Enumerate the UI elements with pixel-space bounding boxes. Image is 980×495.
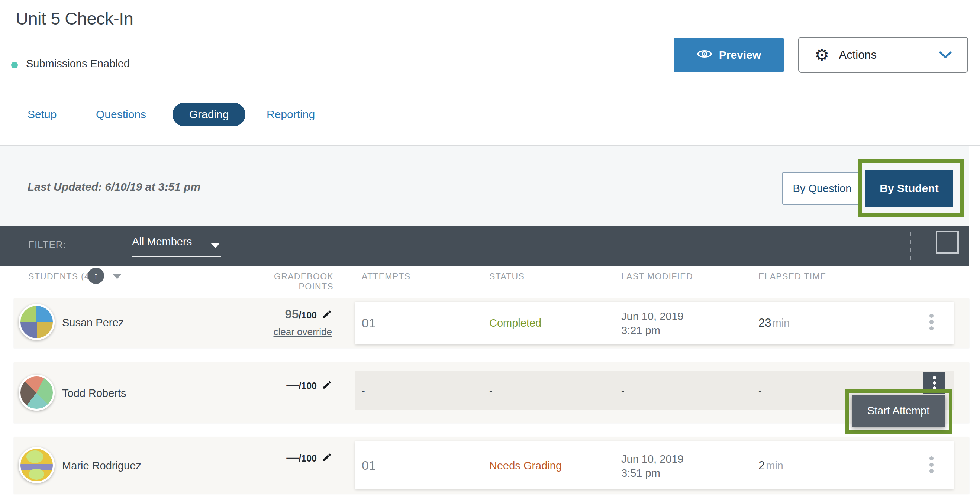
row-menu-icon[interactable]	[928, 312, 935, 332]
filter-bar-divider	[910, 232, 911, 261]
tab-reporting[interactable]: Reporting	[267, 108, 315, 121]
sort-options-caret-icon[interactable]	[113, 274, 121, 279]
sort-ascending-button[interactable]: ↑	[88, 268, 104, 284]
modified-time: 3:21 pm	[621, 323, 684, 338]
preview-button[interactable]: Preview	[674, 38, 784, 72]
gradebook-points: — /100	[208, 378, 332, 392]
chevron-down-icon	[939, 48, 952, 62]
by-student-toggle[interactable]: By Student	[865, 170, 953, 207]
edit-points-icon[interactable]	[322, 380, 332, 391]
tab-grading[interactable]: Grading	[172, 103, 245, 126]
submissions-status: Submissions Enabled	[26, 58, 130, 70]
attempt-number: -	[362, 386, 365, 397]
status-badge: Needs Grading	[489, 460, 562, 472]
status-badge: -	[489, 386, 493, 397]
student-name: Susan Perez	[62, 317, 124, 329]
edit-points-icon[interactable]	[322, 309, 332, 321]
column-header-attempts: ATTEMPTS	[362, 272, 410, 282]
row-menu-icon[interactable]	[928, 455, 935, 474]
column-header-last-modified: LAST MODIFIED	[621, 272, 693, 282]
points-value: —	[286, 378, 299, 392]
points-value: 95	[285, 307, 299, 322]
tab-setup[interactable]: Setup	[27, 108, 57, 121]
last-modified: -	[621, 386, 625, 397]
by-question-toggle[interactable]: By Question	[782, 172, 862, 205]
actions-button[interactable]: ⚙ Actions	[798, 37, 968, 73]
last-modified: Jun 10, 2019 3:51 pm	[621, 452, 684, 480]
points-max: /100	[299, 310, 317, 321]
status-badge: Completed	[489, 317, 541, 329]
caret-down-icon	[211, 243, 220, 248]
members-filter-dropdown[interactable]: All Members	[132, 235, 221, 257]
avatar	[19, 304, 55, 340]
row-menu-button-open[interactable]	[923, 372, 945, 393]
gradebook-points: — /100	[208, 451, 332, 465]
filter-label: FILTER:	[28, 239, 66, 251]
submissions-enabled-dot	[11, 62, 18, 68]
attempt-number: 01	[362, 458, 376, 473]
gradebook-points: 95 /100	[208, 307, 332, 322]
arrow-up-icon: ↑	[93, 270, 99, 282]
modified-date: Jun 10, 2019	[621, 309, 684, 323]
elapsed-time: -	[759, 386, 762, 397]
students-count-header: STUDENTS (4)	[28, 272, 93, 282]
avatar	[19, 374, 55, 411]
column-header-gradebook-points: GRADEBOOK POINTS	[238, 272, 334, 292]
grading-page: Unit 5 Check-In Submissions Enabled Prev…	[0, 0, 980, 495]
column-header-elapsed-time: ELAPSED TIME	[759, 272, 826, 282]
elapsed-time: 23 min	[759, 316, 790, 330]
preview-label: Preview	[719, 49, 761, 61]
student-name: Todd Roberts	[62, 387, 126, 400]
members-filter-value: All Members	[132, 236, 192, 248]
modified-date: Jun 10, 2019	[621, 452, 684, 466]
last-updated-text: Last Updated: 6/10/19 at 3:51 pm	[27, 181, 200, 193]
points-value: —	[286, 451, 299, 465]
page-title: Unit 5 Check-In	[16, 8, 133, 29]
points-max: /100	[299, 453, 317, 464]
last-modified: Jun 10, 2019 3:21 pm	[621, 309, 684, 338]
modified-time: 3:51 pm	[621, 466, 684, 480]
avatar	[19, 447, 55, 483]
edit-points-icon[interactable]	[322, 452, 332, 464]
attempt-number: 01	[362, 316, 376, 330]
start-attempt-menu-item[interactable]: Start Attempt	[852, 395, 945, 427]
eye-icon	[697, 48, 712, 62]
column-header-status: STATUS	[489, 272, 525, 282]
elapsed-time: 2 min	[759, 459, 783, 472]
points-max: /100	[299, 381, 317, 391]
actions-label: Actions	[839, 48, 877, 62]
gear-icon: ⚙	[815, 47, 829, 63]
tab-questions[interactable]: Questions	[96, 108, 146, 121]
expand-toggle-box[interactable]	[936, 231, 959, 254]
clear-override-link[interactable]: clear override	[208, 326, 332, 338]
student-name: Marie Rodriguez	[62, 460, 141, 472]
